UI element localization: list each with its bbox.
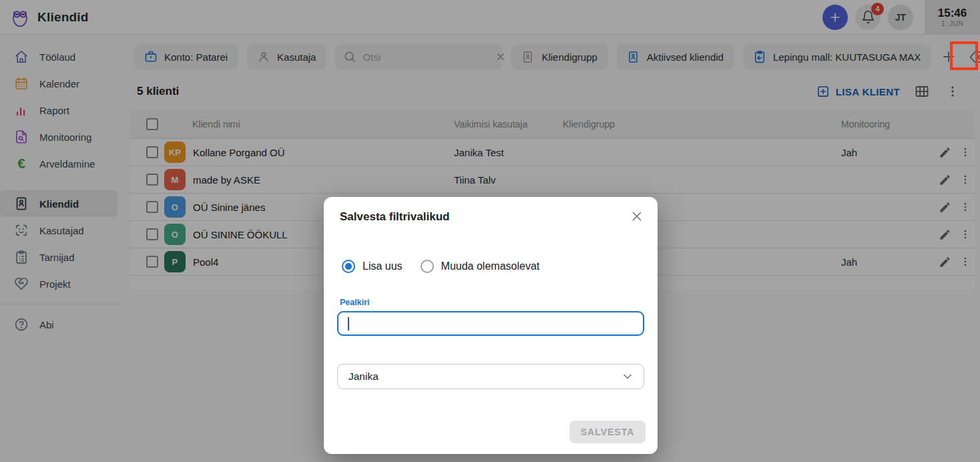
title-input-wrapper: [337, 311, 644, 336]
user-select-value: Janika: [348, 371, 621, 383]
radio-add-new-label: Lisa uus: [362, 260, 403, 272]
close-button[interactable]: [629, 208, 645, 224]
save-filters-modal: Salvesta filtrivalikud Lisa uus Muuda ol…: [324, 197, 658, 454]
radio-edit-existing[interactable]: [421, 260, 434, 273]
save-button[interactable]: SALVESTA: [569, 421, 646, 443]
modal-title: Salvesta filtrivalikud: [340, 210, 449, 224]
close-icon: [630, 209, 644, 224]
chevron-down-icon: [621, 370, 634, 383]
save-mode-radio-group: Lisa uus Muuda olemasolevat: [342, 260, 539, 273]
highlight-annotation: [950, 41, 978, 70]
title-field-label: Pealkiri: [340, 298, 369, 307]
app-window: Kliendid 4 JT 15:46 1. JUN Töölaud: [0, 0, 980, 462]
radio-edit-existing-label: Muuda olemasolevat: [441, 260, 540, 272]
user-select[interactable]: Janika: [337, 364, 644, 389]
title-input[interactable]: [349, 318, 630, 329]
radio-add-new[interactable]: [342, 260, 355, 273]
